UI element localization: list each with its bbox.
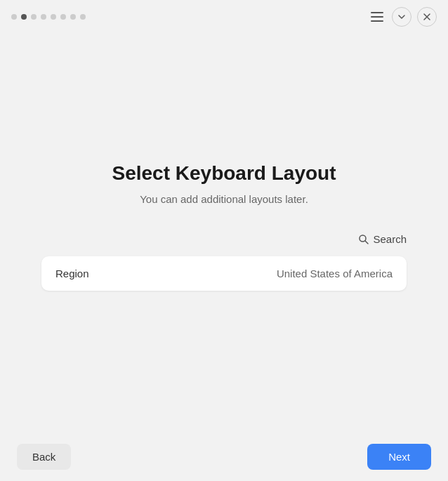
page-title: Select Keyboard Layout [112,162,336,185]
bottom-bar: Back Next [0,433,448,481]
region-row[interactable]: Region United States of America [41,256,407,291]
search-label-text: Search [373,233,407,245]
search-area: Search [41,233,407,245]
search-icon [358,234,369,245]
search-button[interactable]: Search [358,233,407,245]
next-button[interactable]: Next [367,444,431,470]
page-subtitle: You can add additional layouts later. [140,193,308,205]
main-content: Select Keyboard Layout You can add addit… [0,0,448,481]
back-button[interactable]: Back [17,444,71,470]
region-label: Region [55,268,89,279]
region-value: United States of America [277,268,393,279]
